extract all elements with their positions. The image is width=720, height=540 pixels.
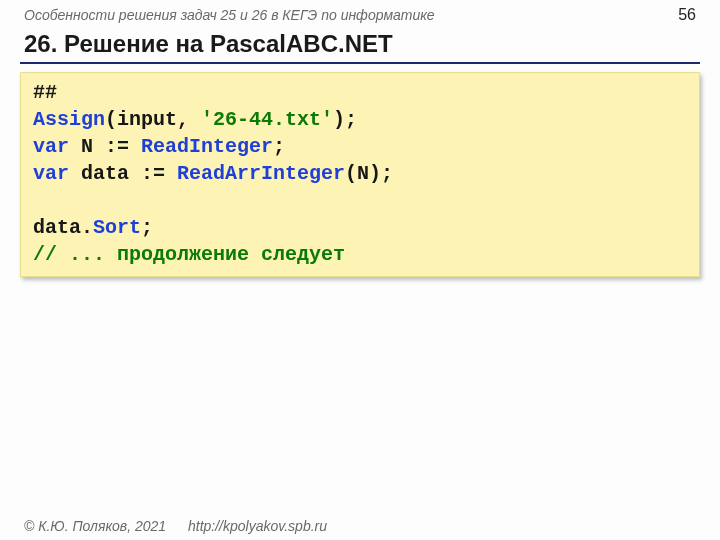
code-line-3: var N := ReadInteger; (33, 135, 285, 158)
code-line-7: // ... продолжение следует (33, 243, 345, 266)
code-line-2: Assign(input, '26-44.txt'); (33, 108, 357, 131)
footer-url: http://kpolyakov.spb.ru (188, 518, 327, 534)
code-block: ## Assign(input, '26-44.txt'); var N := … (20, 72, 700, 277)
page-number: 56 (678, 6, 696, 24)
subject-text: Особенности решения задач 25 и 26 в КЕГЭ… (24, 7, 435, 23)
copyright-text: © К.Ю. Поляков, 2021 (24, 518, 166, 534)
title-rule (20, 62, 700, 64)
slide-footer: © К.Ю. Поляков, 2021 http://kpolyakov.sp… (0, 518, 720, 534)
code-line-4: var data := ReadArrInteger(N); (33, 162, 393, 185)
slide-title: 26. Решение на PascalABC.NET (0, 26, 720, 60)
code-line-6: data.Sort; (33, 216, 153, 239)
code-line-1: ## (33, 81, 57, 104)
slide-header: Особенности решения задач 25 и 26 в КЕГЭ… (0, 0, 720, 26)
